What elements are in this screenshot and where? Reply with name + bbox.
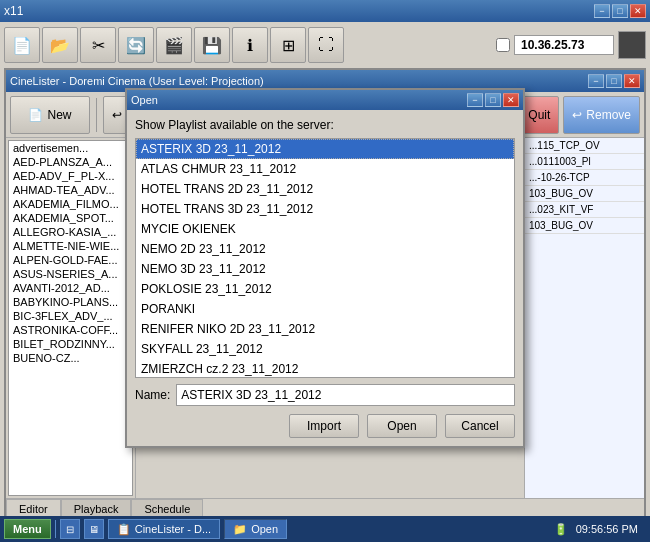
playlist-item[interactable]: AKADEMIA_FILMO... <box>9 197 132 211</box>
dialog-name-row: Name: <box>135 384 515 406</box>
playlist-item[interactable]: BABYKINO-PLANS... <box>9 295 132 309</box>
dialog-playlist-list[interactable]: ASTERIX 3D 23_11_2012ATLAS CHMUR 23_11_2… <box>135 138 515 378</box>
dialog-win-buttons: − □ ✕ <box>467 93 519 107</box>
cinelister-icon: 📋 <box>117 523 131 536</box>
toolbar-new-doc-button[interactable]: 📄 <box>4 27 40 63</box>
taskbar-icon-button[interactable]: ⊟ <box>60 519 80 539</box>
taskbar: Menu ⊟ 🖥 📋 CineLister - D... 📁 Open 🔋 09… <box>0 516 650 542</box>
ip-field: 10.36.25.73 <box>496 31 646 59</box>
import-button[interactable]: Import <box>289 414 359 438</box>
cinelister-label: CineLister - D... <box>135 523 211 535</box>
dialog-list-item[interactable]: POKLOSIE 23_11_2012 <box>136 279 514 299</box>
playlist-list[interactable]: advertisemen...AED-PLANSZA_A...AED-ADV_F… <box>8 140 133 496</box>
playlist-item[interactable]: BIC-3FLEX_ADV_... <box>9 309 132 323</box>
right-panel-item[interactable]: 103_BUG_OV <box>525 218 644 234</box>
taskbar-cinelister-item[interactable]: 📋 CineLister - D... <box>108 519 220 539</box>
clock: 09:56:56 PM <box>576 523 638 535</box>
ip-address: 10.36.25.73 <box>514 35 614 55</box>
right-panel-item[interactable]: 103_BUG_OV <box>525 186 644 202</box>
open-folder-icon: 📁 <box>233 523 247 536</box>
playlist-item[interactable]: BILET_RODZINNY... <box>9 337 132 351</box>
ip-checkbox[interactable] <box>496 38 510 52</box>
toolbar-scissors-button[interactable]: ✂ <box>80 27 116 63</box>
toolbar-fullscreen-button[interactable]: ⛶ <box>308 27 344 63</box>
arrow-icon: ↩ <box>112 108 122 122</box>
playlist-item[interactable]: advertisemen... <box>9 141 132 155</box>
playlist-item[interactable]: ASTRONIKA-COFF... <box>9 323 132 337</box>
playlist-item[interactable]: AED-PLANSZA_A... <box>9 155 132 169</box>
right-panel-item[interactable]: ...-10-26-TCP <box>525 170 644 186</box>
app-maximize-button[interactable]: □ <box>606 74 622 88</box>
right-content-panel: ...115_TCP_OV...0111003_Pl...-10-26-TCP1… <box>524 138 644 498</box>
dialog-list-item[interactable]: HOTEL TRANS 2D 23_11_2012 <box>136 179 514 199</box>
playlist-item[interactable]: AED-ADV_F_PL-X... <box>9 169 132 183</box>
open-label: Open <box>387 419 416 433</box>
dialog-list-item[interactable]: NEMO 3D 23_11_2012 <box>136 259 514 279</box>
remove-button[interactable]: ↩ Remove <box>563 96 640 134</box>
name-input[interactable] <box>176 384 515 406</box>
dialog-content: Show Playlist available on the server: A… <box>127 110 523 446</box>
x11-win-buttons: − □ ✕ <box>594 4 646 18</box>
playlist-item[interactable]: ALMETTE-NIE-WIE... <box>9 239 132 253</box>
dialog-buttons: Import Open Cancel <box>135 414 515 438</box>
main-toolbar: 📄 📂 ✂ 🔄 🎬 💾 ℹ ⊞ ⛶ 10.36.25.73 <box>0 22 650 68</box>
toolbar-diskette-button[interactable]: 💾 <box>194 27 230 63</box>
dialog-title: Open <box>131 94 158 106</box>
playlist-item[interactable]: BUENO-CZ... <box>9 351 132 365</box>
start-button[interactable]: Menu <box>4 519 51 539</box>
dialog-list-item[interactable]: NEMO 2D 23_11_2012 <box>136 239 514 259</box>
titlebar-x11: x11 − □ ✕ <box>0 0 650 22</box>
right-panel-item[interactable]: ...115_TCP_OV <box>525 138 644 154</box>
x11-title: x11 <box>4 4 23 18</box>
x11-close-button[interactable]: ✕ <box>630 4 646 18</box>
toolbar-grid-button[interactable]: ⊞ <box>270 27 306 63</box>
right-panel-list[interactable]: ...115_TCP_OV...0111003_Pl...-10-26-TCP1… <box>525 138 644 498</box>
dialog-list-item[interactable]: PORANKI <box>136 299 514 319</box>
open-button[interactable]: Open <box>367 414 437 438</box>
dialog-maximize-button[interactable]: □ <box>485 93 501 107</box>
left-panel: advertisemen...AED-PLANSZA_A...AED-ADV_F… <box>6 138 136 498</box>
dialog-list-item[interactable]: ASTERIX 3D 23_11_2012 <box>136 139 514 159</box>
dialog-list-item[interactable]: ZMIERZCH cz.2 23_11_2012 <box>136 359 514 378</box>
right-panel-item[interactable]: ...023_KIT_VF <box>525 202 644 218</box>
toolbar-cinema-button[interactable]: 🎬 <box>156 27 192 63</box>
name-label: Name: <box>135 388 170 402</box>
playlist-item[interactable]: ALPEN-GOLD-FAE... <box>9 253 132 267</box>
cancel-button[interactable]: Cancel <box>445 414 515 438</box>
app-close-button[interactable]: ✕ <box>624 74 640 88</box>
dialog-list-item[interactable]: SKYFALL 23_11_2012 <box>136 339 514 359</box>
playlist-item[interactable]: AVANTI-2012_AD... <box>9 281 132 295</box>
toolbar-refresh-button[interactable]: 🔄 <box>118 27 154 63</box>
right-panel-item[interactable]: ...0111003_Pl <box>525 154 644 170</box>
remove-icon: ↩ <box>572 108 582 122</box>
dialog-minimize-button[interactable]: − <box>467 93 483 107</box>
new-button[interactable]: 📄 New <box>10 96 90 134</box>
battery-icon: 🔋 <box>554 523 568 536</box>
playlist-item[interactable]: AHMAD-TEA_ADV... <box>9 183 132 197</box>
new-button-label: New <box>47 108 71 122</box>
import-label: Import <box>307 419 341 433</box>
open-dialog: Open − □ ✕ Show Playlist available on th… <box>125 88 525 448</box>
x11-maximize-button[interactable]: □ <box>612 4 628 18</box>
toolbar-open-button[interactable]: 📂 <box>42 27 78 63</box>
dialog-titlebar: Open − □ ✕ <box>127 90 523 110</box>
open-item-label: Open <box>251 523 278 535</box>
toolbar-info-button[interactable]: ℹ <box>232 27 268 63</box>
taskbar-open-item[interactable]: 📁 Open <box>224 519 287 539</box>
toolbar-separator-1 <box>96 98 97 132</box>
app-minimize-button[interactable]: − <box>588 74 604 88</box>
playlist-item[interactable]: ASUS-NSERIES_A... <box>9 267 132 281</box>
dialog-list-item[interactable]: MYCIE OKIENEK <box>136 219 514 239</box>
x11-minimize-button[interactable]: − <box>594 4 610 18</box>
playlist-item[interactable]: AKADEMIA_SPOT... <box>9 211 132 225</box>
app-win-buttons: − □ ✕ <box>588 74 640 88</box>
dialog-close-button[interactable]: ✕ <box>503 93 519 107</box>
taskbar-desktop-button[interactable]: 🖥 <box>84 519 104 539</box>
dialog-list-item[interactable]: HOTEL TRANS 3D 23_11_2012 <box>136 199 514 219</box>
dialog-list-item[interactable]: RENIFER NIKO 2D 23_11_2012 <box>136 319 514 339</box>
playlist-item[interactable]: ALLEGRO-KASIA_... <box>9 225 132 239</box>
dialog-list-item[interactable]: ATLAS CHMUR 23_11_2012 <box>136 159 514 179</box>
ip-color-button[interactable] <box>618 31 646 59</box>
new-doc-icon: 📄 <box>28 108 43 122</box>
taskbar-right: 🔋 09:56:56 PM <box>554 523 646 536</box>
